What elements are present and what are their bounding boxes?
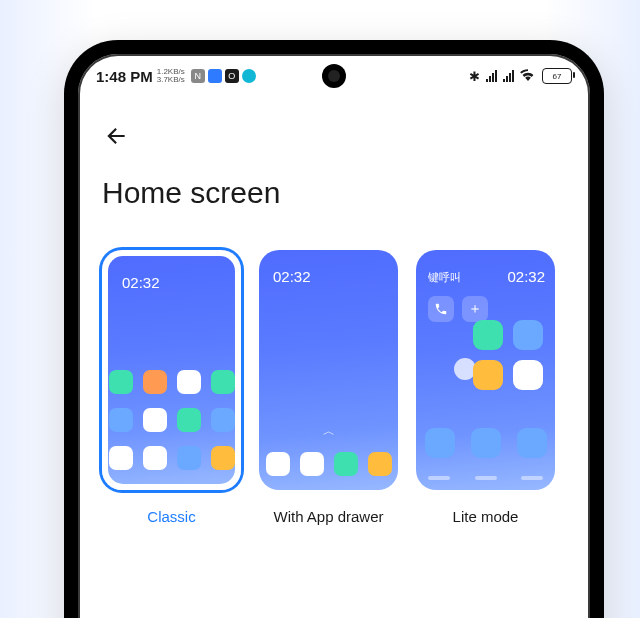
thumb-icon-row — [259, 452, 398, 476]
thumb-dock-row — [416, 428, 555, 458]
nfc-icon: N — [191, 69, 205, 83]
thumb-icon-row — [108, 370, 235, 394]
bluetooth-icon: ✱ — [469, 69, 480, 84]
option-label: Classic — [102, 508, 241, 525]
layout-options: 02:32 Classic — [102, 250, 566, 525]
option-label: Lite mode — [416, 508, 555, 525]
arrow-left-icon — [103, 123, 129, 149]
front-camera — [322, 64, 346, 88]
phone-icon — [428, 296, 454, 322]
thumb-icon-row — [108, 408, 235, 432]
status-chip-group: N O — [191, 69, 256, 83]
thumb-clock: 02:32 — [507, 268, 545, 285]
thumb-quick-tiles: ＋ — [428, 296, 488, 322]
telegram-icon — [242, 69, 256, 83]
status-network-speed: 1.2KB/s3.7KB/s — [157, 68, 185, 84]
app-chip-icon: O — [225, 69, 239, 83]
signal-icon — [486, 70, 497, 82]
option-label: With App drawer — [259, 508, 398, 525]
option-lite-mode[interactable]: 键呼叫 02:32 ＋ — [416, 250, 555, 525]
status-time: 1:48 PM — [96, 68, 153, 85]
wifi-icon — [520, 69, 536, 84]
option-with-app-drawer[interactable]: 02:32 ︿ With App drawer — [259, 250, 398, 525]
thumb-icon-row — [108, 446, 235, 470]
signal-icon — [503, 70, 514, 82]
option-thumbnail: 02:32 — [102, 250, 241, 490]
back-button[interactable] — [98, 118, 134, 154]
option-classic[interactable]: 02:32 Classic — [102, 250, 241, 525]
plus-icon: ＋ — [462, 296, 488, 322]
thumb-clock: 02:32 — [122, 274, 160, 291]
thumb-cn-label: 键呼叫 — [428, 270, 461, 285]
battery-icon: 67 — [542, 68, 572, 84]
app-chip-icon — [208, 69, 222, 83]
phone-frame: 1:48 PM 1.2KB/s3.7KB/s N O ✱ 67 — [64, 40, 604, 618]
option-thumbnail: 键呼叫 02:32 ＋ — [416, 250, 555, 490]
option-thumbnail: 02:32 ︿ — [259, 250, 398, 490]
thumb-clock: 02:32 — [273, 268, 311, 285]
device-mock-stage: 1:48 PM 1.2KB/s3.7KB/s N O ✱ 67 — [0, 0, 640, 618]
drawer-caret-icon: ︿ — [323, 423, 335, 440]
page-title: Home screen — [102, 176, 566, 210]
thumb-icon-grid — [473, 320, 543, 390]
thumb-navbar — [428, 476, 543, 480]
